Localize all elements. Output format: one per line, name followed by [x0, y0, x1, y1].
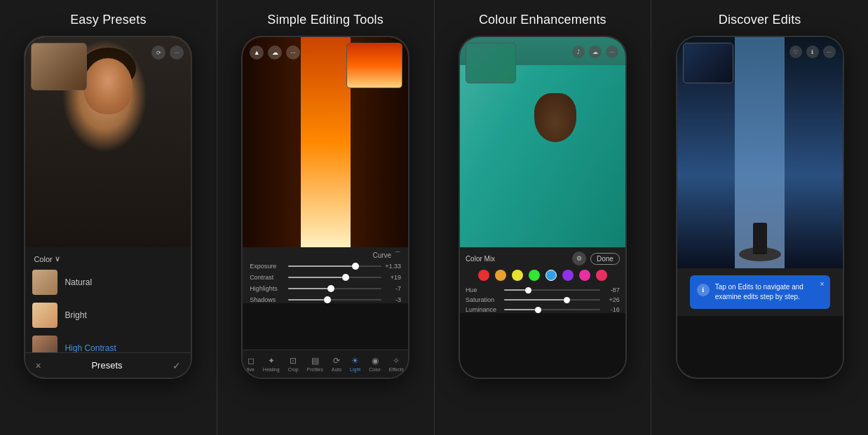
curve-label: Curve ⌒: [250, 250, 401, 260]
tool-color[interactable]: ◉ Color: [369, 356, 381, 372]
heart-icon[interactable]: ♡: [789, 46, 802, 58]
done-button[interactable]: Done: [590, 253, 620, 265]
main-photo-1: ⟳ ···: [25, 37, 191, 247]
tool-effects[interactable]: ✧ Effects: [389, 356, 404, 372]
contrast-track[interactable]: [288, 277, 381, 278]
hue-thumb[interactable]: [525, 287, 531, 294]
dot-blue[interactable]: [545, 270, 557, 281]
colormix-actions: ⚙ Done: [572, 251, 620, 265]
exposure-thumb[interactable]: [352, 263, 359, 270]
luminance-slider-row[interactable]: Luminance -16: [466, 306, 620, 313]
highlights-slider-row[interactable]: Highlights -7: [250, 285, 401, 292]
more-icon-2[interactable]: ···: [286, 46, 300, 60]
highlights-track[interactable]: [288, 288, 381, 289]
shadows-fill: [288, 299, 324, 301]
saturation-slider-row[interactable]: Saturation +26: [466, 296, 620, 303]
tunnel-left: [243, 37, 301, 247]
hue-fill: [504, 289, 525, 291]
highlights-thumb[interactable]: [327, 285, 334, 292]
tool-light[interactable]: ☀ Light: [350, 356, 360, 372]
preset-name-bright: Bright: [65, 310, 86, 320]
native-label: tive: [247, 367, 255, 372]
dot-pink[interactable]: [579, 270, 590, 281]
tooltip-close-button[interactable]: ×: [820, 279, 824, 288]
share-icon-3[interactable]: ⤴: [572, 46, 585, 58]
luminance-thumb[interactable]: [535, 307, 541, 313]
hue-slider-row[interactable]: Hue -87: [466, 286, 620, 294]
phone-mockup-2: ▲ ☁ ··· Curve ⌒ Exposure +1.33 Contras: [241, 36, 409, 379]
preset-thumb-bright: [32, 303, 57, 328]
dog-figure: [534, 93, 576, 142]
list-item[interactable]: Bright: [25, 299, 191, 331]
shadows-track[interactable]: [288, 299, 381, 301]
tool-auto[interactable]: ⟳ Auto: [332, 356, 341, 372]
colormix-header: Color Mix ⚙ Done: [466, 251, 620, 265]
presets-label: Presets: [91, 360, 122, 371]
luminance-track[interactable]: [504, 309, 600, 310]
exposure-slider-row[interactable]: Exposure +1.33: [250, 263, 401, 270]
icons-row-2: ▲ ☁ ···: [250, 46, 300, 60]
hue-track[interactable]: [504, 289, 600, 291]
main-photo-2: ▲ ☁ ···: [243, 37, 408, 247]
more-icon-3[interactable]: ···: [606, 46, 618, 58]
toolbar-2: ◻ tive ✦ Healing ⊡ Crop ▤ Profiles ⟳ Aut…: [243, 350, 408, 378]
cloud-icon-3[interactable]: ☁: [589, 46, 602, 58]
saturation-track[interactable]: [504, 299, 600, 301]
tunnel-center: [301, 37, 351, 247]
close-button-1[interactable]: ×: [35, 360, 41, 371]
thumbnail-2: [346, 43, 402, 88]
dot-green[interactable]: [529, 270, 540, 281]
color-section-label: Color ∨: [25, 251, 191, 266]
exposure-track[interactable]: [288, 265, 381, 267]
exposure-fill: [288, 265, 351, 267]
panel-title-discover-edits: Discover Edits: [719, 13, 801, 27]
tool-crop[interactable]: ⊡ Crop: [288, 356, 299, 372]
settings-icon-3[interactable]: ⚙: [572, 251, 586, 265]
wifi-icon: ▲: [250, 46, 264, 60]
confirm-button-1[interactable]: ✓: [172, 360, 181, 371]
contrast-label: Contrast: [250, 274, 288, 281]
color-icon: ◉: [372, 356, 379, 366]
healing-icon: ✦: [268, 356, 275, 366]
info-icon[interactable]: ℹ: [806, 46, 819, 58]
highlights-label: Highlights: [250, 285, 288, 292]
dot-magenta[interactable]: [596, 270, 607, 281]
panel-title-easy-presets: Easy Presets: [70, 13, 146, 27]
auto-label: Auto: [332, 367, 341, 372]
main-photo-3: ⤴ ☁ ···: [460, 37, 625, 247]
contrast-thumb[interactable]: [342, 274, 349, 281]
saturation-label: Saturation: [466, 296, 504, 303]
shadows-value: -3: [381, 296, 401, 303]
panel-easy-presets: Easy Presets ⟳ ··· Color ∨ Natural: [0, 0, 217, 435]
shadows-thumb[interactable]: [324, 296, 331, 303]
dot-orange[interactable]: [495, 270, 506, 281]
thumbnail-overlay-1: [31, 43, 87, 90]
tool-profiles[interactable]: ▤ Profiles: [307, 356, 323, 372]
tool-healing[interactable]: ✦ Healing: [263, 356, 280, 372]
exposure-label: Exposure: [250, 263, 288, 270]
shadows-label: Shadows: [250, 296, 288, 303]
thumbnail-3: [466, 43, 516, 83]
dot-red[interactable]: [478, 270, 489, 281]
colormix-controls: Color Mix ⚙ Done Hue: [460, 247, 625, 313]
phone-mockup-3: ⤴ ☁ ··· Color Mix ⚙ Done: [459, 36, 627, 379]
dot-purple[interactable]: [562, 270, 574, 281]
light-icon: ☀: [351, 356, 359, 366]
contrast-slider-row[interactable]: Contrast +19: [250, 274, 401, 281]
icons-row-1: ⟳ ···: [151, 46, 184, 60]
more-icon-1[interactable]: ···: [170, 46, 184, 60]
main-photo-4: ♡ ℹ ···: [677, 37, 843, 268]
highlights-value: -7: [381, 285, 401, 292]
shadows-slider-row[interactable]: Shadows -3: [250, 296, 401, 303]
dot-yellow[interactable]: [512, 270, 523, 281]
share-icon-1[interactable]: ⟳: [151, 46, 165, 60]
list-item[interactable]: Natural: [25, 266, 191, 298]
saturation-thumb[interactable]: [564, 297, 570, 303]
crop-icon: ⊡: [290, 356, 297, 366]
more-icon-4[interactable]: ···: [823, 46, 836, 58]
tooltip-text: Tap on Edits to navigate and examine edi…: [715, 282, 823, 302]
icons-row-3: ⤴ ☁ ···: [572, 46, 618, 58]
contrast-fill: [288, 277, 342, 278]
auto-icon: ⟳: [333, 356, 340, 366]
tool-native[interactable]: ◻ tive: [247, 356, 255, 372]
